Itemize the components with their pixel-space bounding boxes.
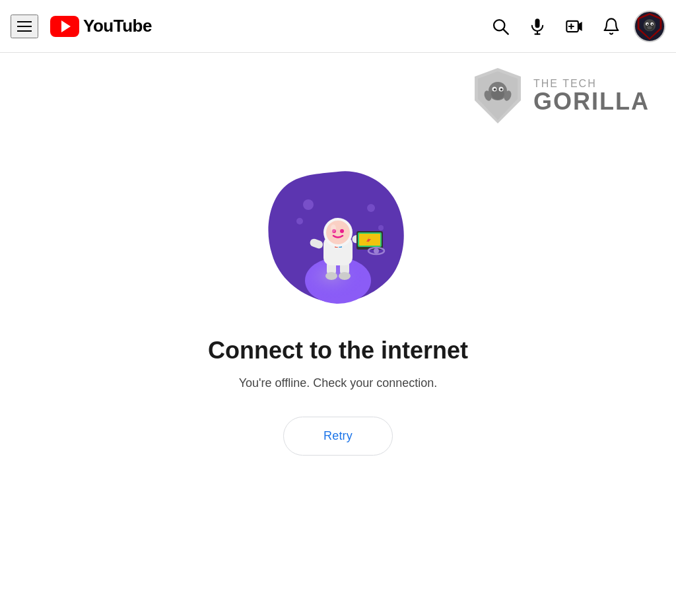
svg-point-28 <box>303 199 314 210</box>
play-triangle-icon <box>61 20 71 32</box>
mic-icon <box>528 17 547 36</box>
hamburger-menu-button[interactable] <box>11 15 38 38</box>
svg-point-29 <box>296 218 303 224</box>
svg-point-51 <box>331 224 336 232</box>
svg-point-53 <box>374 248 379 254</box>
gorilla-avatar-icon <box>635 11 664 42</box>
create-video-button[interactable] <box>560 12 589 41</box>
svg-line-1 <box>503 29 508 34</box>
error-subtitle: You're offline. Check your connection. <box>239 376 438 390</box>
offline-illustration <box>259 158 417 317</box>
youtube-logo-icon <box>50 16 79 37</box>
watermark-bottom-text: GORILLA <box>533 90 650 114</box>
svg-point-48 <box>326 221 350 244</box>
mic-button[interactable] <box>523 12 552 41</box>
svg-point-24 <box>494 88 496 91</box>
svg-point-17 <box>647 26 652 29</box>
notifications-button[interactable] <box>597 12 626 41</box>
youtube-logo[interactable]: YouTube <box>50 16 152 37</box>
svg-point-50 <box>340 229 344 233</box>
user-avatar-button[interactable] <box>634 11 665 42</box>
svg-point-36 <box>325 272 337 280</box>
error-title: Connect to the internet <box>208 337 468 364</box>
youtube-logo-text: YouTube <box>83 16 152 36</box>
watermark-text: THE TECH GORILLA <box>533 78 650 114</box>
create-video-icon <box>565 17 584 36</box>
watermark: THE TECH GORILLA <box>471 66 650 125</box>
svg-point-37 <box>339 272 351 280</box>
search-button[interactable] <box>486 12 515 41</box>
svg-rect-2 <box>535 18 540 28</box>
header: YouTube <box>0 0 676 53</box>
svg-point-31 <box>378 225 384 230</box>
svg-point-30 <box>367 204 375 212</box>
header-right <box>486 11 665 42</box>
svg-point-16 <box>652 23 653 24</box>
svg-point-15 <box>647 23 648 24</box>
retry-button[interactable]: Retry <box>283 417 393 456</box>
watermark-shield-icon <box>471 66 524 125</box>
bell-icon <box>602 17 621 36</box>
header-left: YouTube <box>11 15 152 38</box>
svg-point-25 <box>500 88 503 91</box>
search-icon <box>491 17 510 36</box>
